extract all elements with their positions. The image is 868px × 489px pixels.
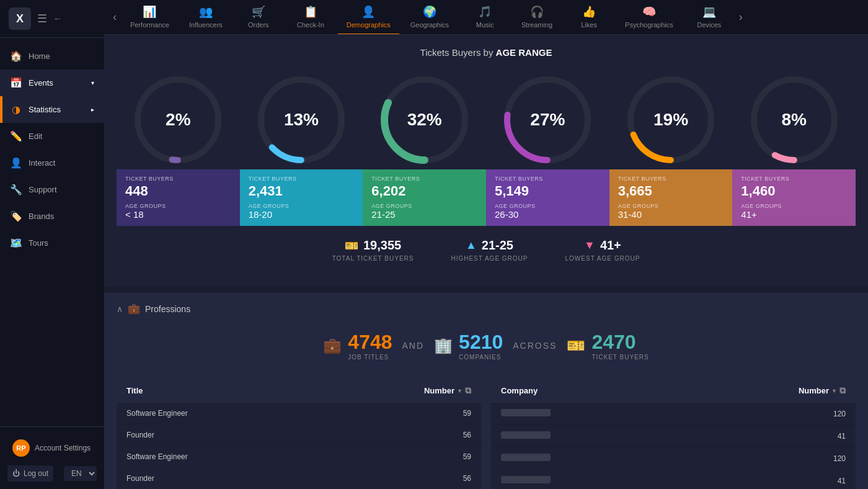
events-icon: 📅 xyxy=(10,77,22,89)
donut-21-25: 32% xyxy=(363,70,486,169)
companies-value: 5210 xyxy=(459,331,503,354)
tab-label: Psychographics xyxy=(625,21,673,29)
donut-value: 19% xyxy=(653,110,688,130)
professions-header: ∧ 💼 Professions xyxy=(117,303,856,315)
sidebar-bottom: RP Account Settings ⏻ Log out EN ES FR xyxy=(0,426,104,489)
company-table: Company Number ▼ ⧉ 120 41 xyxy=(491,379,856,489)
donut-chart: 19% xyxy=(621,70,720,169)
summary-main-value: ▼ 41+ xyxy=(565,238,640,253)
age-section-title: Tickets Buyers by AGE RANGE xyxy=(117,47,856,58)
band-age-label: AGE GROUPS xyxy=(495,203,601,209)
row-number: 59 xyxy=(440,452,471,461)
companies-label: COMPANIES xyxy=(459,354,503,361)
tab-performance[interactable]: 📊 Performance xyxy=(122,0,178,35)
summary-highest: ▲ 21-25 HIGHEST AGE GROUP xyxy=(451,238,528,262)
sort-icon[interactable]: ▼ xyxy=(457,388,463,394)
home-icon: 🏠 xyxy=(10,50,22,62)
back-button[interactable]: ← xyxy=(53,14,62,24)
band-buyers-value: 2,431 xyxy=(249,183,355,199)
tab-label: Likes xyxy=(581,21,597,29)
tab-geographics[interactable]: 🌍 Geographics xyxy=(402,0,458,35)
content-area: Tickets Buyers by AGE RANGE 2% xyxy=(104,35,868,489)
sidebar-item-home[interactable]: 🏠 Home xyxy=(0,43,104,70)
row-company xyxy=(501,476,815,485)
row-title: Founder xyxy=(126,431,440,439)
donuts-row: 2% 13% xyxy=(117,70,856,169)
music-icon: 🎵 xyxy=(478,5,492,19)
number-col-header: Number ▼ ⧉ xyxy=(424,385,471,396)
sidebar-item-support[interactable]: 🔧 Support xyxy=(0,176,104,203)
row-number: 120 xyxy=(815,454,846,463)
sidebar-item-tours[interactable]: 🗺️ Tours xyxy=(0,230,104,256)
tab-label: Geographics xyxy=(410,21,449,29)
donut-under18: 2% xyxy=(117,70,240,169)
blurred-company-name xyxy=(501,409,551,416)
donut-31-40: 19% xyxy=(609,70,733,169)
tab-checkin[interactable]: 📋 Check-In xyxy=(286,0,335,35)
titles-table-header: Title Number ▼ ⧉ xyxy=(117,379,481,403)
scroll-right-button[interactable]: › xyxy=(737,8,745,26)
band-buyers-value: 6,202 xyxy=(371,183,477,199)
table-row: Founder 56 xyxy=(117,468,481,489)
tab-streaming[interactable]: 🎧 Streaming xyxy=(512,0,562,35)
band-31-40: TICKET BUYERS 3,665 AGE GROUPS 31-40 xyxy=(609,169,733,226)
collapse-button[interactable]: ∧ xyxy=(117,304,123,314)
job-titles-value: 4748 xyxy=(348,331,392,354)
tab-influencers[interactable]: 👥 Influencers xyxy=(180,0,231,35)
lowest-age-label: LOWEST AGE GROUP xyxy=(565,255,640,262)
donut-chart: 32% xyxy=(375,70,474,169)
tab-likes[interactable]: 👍 Likes xyxy=(564,0,614,35)
donut-chart: 13% xyxy=(252,70,351,169)
copy-icon[interactable]: ⧉ xyxy=(839,385,846,396)
sidebar-item-label: Interact xyxy=(29,158,55,168)
tab-label: Performance xyxy=(130,21,169,29)
performance-icon: 📊 xyxy=(143,5,156,19)
power-icon: ⏻ xyxy=(12,469,20,478)
sidebar-item-edit[interactable]: ✏️ Edit xyxy=(0,123,104,150)
streaming-icon: 🎧 xyxy=(530,5,544,19)
copy-icon[interactable]: ⧉ xyxy=(465,385,471,396)
tab-psychographics[interactable]: 🧠 Psychographics xyxy=(616,0,682,35)
hamburger-icon[interactable]: ☰ xyxy=(37,12,47,25)
tab-label: Streaming xyxy=(521,21,552,29)
band-age-value: 26-30 xyxy=(495,209,601,220)
language-selector[interactable]: EN ES FR xyxy=(64,466,97,481)
tab-orders[interactable]: 🛒 Orders xyxy=(234,0,283,35)
tab-label: Check-In xyxy=(297,21,324,29)
band-under18: TICKET BUYERS 448 AGE GROUPS < 18 xyxy=(117,169,240,226)
sidebar-item-label: Support xyxy=(29,185,57,194)
tab-music[interactable]: 🎵 Music xyxy=(460,0,510,35)
row-number: 120 xyxy=(815,410,846,418)
donut-26-30: 27% xyxy=(486,70,609,169)
professions-stats-row: 💼 4748 JOB TITLES AND 🏢 5210 COMPANIES A… xyxy=(117,325,856,367)
row-company xyxy=(501,409,815,418)
total-buyers-value: 19,355 xyxy=(363,238,401,253)
band-age-label: AGE GROUPS xyxy=(249,203,355,209)
band-age-value: 31-40 xyxy=(618,209,724,220)
row-number: 59 xyxy=(440,409,471,418)
psychographics-icon: 🧠 xyxy=(642,5,656,19)
sidebar-item-statistics[interactable]: ◑ Statistics ▸ xyxy=(0,96,104,123)
blurred-company-name xyxy=(501,431,551,439)
tab-devices[interactable]: 💻 Devices xyxy=(684,0,734,35)
tab-demographics[interactable]: 👤 Demographics xyxy=(338,0,399,35)
arrow-up-icon: ▲ xyxy=(466,239,477,252)
scroll-left-button[interactable]: ‹ xyxy=(110,8,119,26)
sidebar-item-brands[interactable]: 🏷️ Brands xyxy=(0,203,104,230)
sort-icon[interactable]: ▼ xyxy=(831,388,837,394)
sidebar-item-label: Home xyxy=(29,52,50,61)
band-buyers-value: 1,460 xyxy=(741,183,847,199)
tab-label: Orders xyxy=(248,21,269,29)
logout-button[interactable]: ⏻ Log out xyxy=(7,465,53,482)
sidebar-item-interact[interactable]: 👤 Interact xyxy=(0,150,104,176)
summary-main-value: 🎫 19,355 xyxy=(332,238,414,253)
sidebar-item-events[interactable]: 📅 Events ▾ xyxy=(0,70,104,96)
age-summary-row: 🎫 19,355 TOTAL TICKET BUYERS ▲ 21-25 HIG… xyxy=(117,226,856,274)
devices-icon: 💻 xyxy=(702,5,716,19)
logout-row: ⏻ Log out EN ES FR xyxy=(7,465,97,482)
total-buyers-label: TOTAL TICKET BUYERS xyxy=(332,255,414,262)
logout-label: Log out xyxy=(24,469,48,478)
ticket-icon: 🎫 xyxy=(345,239,358,253)
account-settings-link[interactable]: RP Account Settings xyxy=(7,434,97,462)
band-age-label: AGE GROUPS xyxy=(371,203,477,209)
